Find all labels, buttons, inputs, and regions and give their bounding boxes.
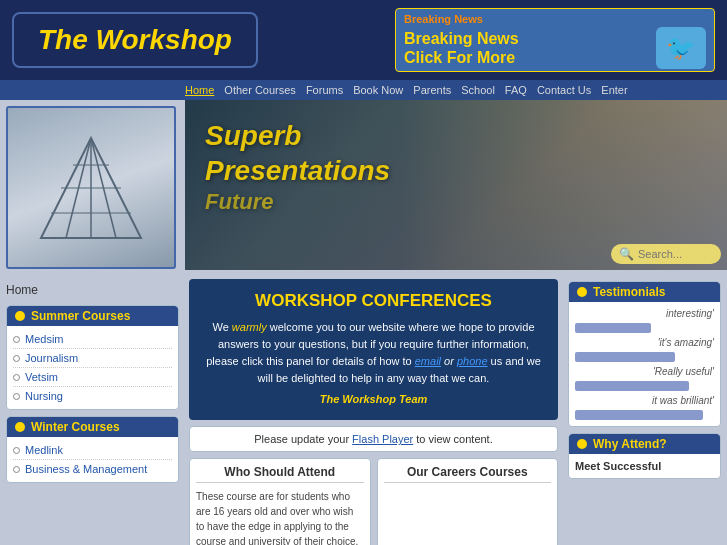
summer-courses-dot	[15, 311, 25, 321]
right-sidebar: Testimonials interesting' 'it's amazing'	[562, 275, 727, 545]
menu-dot-1	[13, 336, 20, 343]
breaking-news-text: Breaking NewsClick For More	[404, 29, 648, 67]
logo-title: The Workshop	[38, 24, 232, 55]
conference-title: WORKSHOP CONFERENCES	[203, 291, 544, 311]
nav-other-courses[interactable]: Other Courses	[224, 84, 296, 96]
careers-courses-header: Our Careers Courses	[384, 465, 552, 483]
menu-dot-6	[13, 466, 20, 473]
summer-courses-box: Summer Courses Medsim Journalism Vetsim	[6, 305, 179, 410]
nav-school[interactable]: School	[461, 84, 495, 96]
flash-notice: Please update your Flash Player to view …	[189, 426, 558, 452]
search-icon: 🔍	[619, 247, 634, 261]
menu-dot-3	[13, 374, 20, 381]
pyramid-image	[6, 106, 176, 269]
t-row-3: 'Really useful'	[575, 366, 714, 377]
menu-dot-4	[13, 393, 20, 400]
menu-item-journalism[interactable]: Journalism	[13, 349, 172, 368]
menu-item-vetsim[interactable]: Vetsim	[13, 368, 172, 387]
logo-box: The Workshop	[12, 12, 258, 68]
nav-faq[interactable]: FAQ	[505, 84, 527, 96]
top-section: Superb Presentations Future 🔍	[0, 100, 727, 275]
menu-item-medsim[interactable]: Medsim	[13, 330, 172, 349]
menu-dot-2	[13, 355, 20, 362]
breaking-news-label: Breaking News	[404, 13, 706, 25]
nav-forums[interactable]: Forums	[306, 84, 343, 96]
menu-item-nursing[interactable]: Nursing	[13, 387, 172, 405]
t-bar-1	[575, 323, 651, 333]
pyramid-section	[0, 100, 185, 275]
hero-area: Superb Presentations Future 🔍	[185, 100, 727, 270]
testimonials-chart: interesting' 'it's amazing' 'Really usef…	[575, 308, 714, 420]
twitter-icon: 🐦	[656, 27, 706, 69]
t-bar-4	[575, 410, 703, 420]
phone-link[interactable]: phone	[457, 355, 488, 367]
breaking-news-box[interactable]: Breaking News Breaking NewsClick For Mor…	[395, 8, 715, 72]
pyramid-svg	[26, 123, 156, 253]
breadcrumb: Home	[6, 281, 179, 299]
menu-dot-5	[13, 447, 20, 454]
t-bar-2	[575, 352, 675, 362]
why-attend-header[interactable]: Why Attend?	[569, 434, 720, 454]
summer-courses-header[interactable]: Summer Courses	[7, 306, 178, 326]
menu-item-business[interactable]: Business & Management	[13, 460, 172, 478]
menu-item-medlink[interactable]: Medlink	[13, 441, 172, 460]
nav-parents[interactable]: Parents	[413, 84, 451, 96]
nav-enter[interactable]: Enter	[601, 84, 627, 96]
center-content: WORKSHOP CONFERENCES We warmly welcome y…	[185, 275, 562, 545]
header: The Workshop Breaking News Breaking News…	[0, 0, 727, 80]
nav-home[interactable]: Home	[185, 84, 214, 96]
why-attend-sub: Meet Successful	[575, 460, 714, 472]
testimonials-header[interactable]: Testimonials	[569, 282, 720, 302]
flash-player-link[interactable]: Flash Player	[352, 433, 413, 445]
conference-body: We warmly welcome you to our website whe…	[203, 319, 544, 408]
hero-text: Superb Presentations Future	[205, 118, 390, 216]
t-row-1: interesting'	[575, 308, 714, 319]
who-should-attend-text: These course are for students who are 16…	[196, 489, 364, 545]
conference-box[interactable]: WORKSHOP CONFERENCES We warmly welcome y…	[189, 279, 558, 420]
winter-courses-box: Winter Courses Medlink Business & Manage…	[6, 416, 179, 483]
search-input[interactable]	[638, 248, 718, 260]
t-bar-3	[575, 381, 689, 391]
search-container: 🔍	[611, 244, 721, 264]
careers-courses-col: Our Careers Courses	[377, 458, 559, 545]
main-content: Home Summer Courses Medsim Journalism	[0, 275, 727, 545]
testimonials-box: Testimonials interesting' 'it's amazing'	[568, 281, 721, 427]
why-attend-box: Why Attend? Meet Successful	[568, 433, 721, 479]
why-attend-dot	[577, 439, 587, 449]
who-should-attend-col: Who Should Attend These course are for s…	[189, 458, 371, 545]
who-should-attend-header: Who Should Attend	[196, 465, 364, 483]
winter-courses-dot	[15, 422, 25, 432]
nav-bar: Home Other Courses Forums Book Now Paren…	[0, 80, 727, 100]
nav-book-now[interactable]: Book Now	[353, 84, 403, 96]
t-row-2: 'it's amazing'	[575, 337, 714, 348]
email-link[interactable]: email	[415, 355, 441, 367]
left-sidebar: Home Summer Courses Medsim Journalism	[0, 275, 185, 545]
two-column: Who Should Attend These course are for s…	[189, 458, 558, 545]
conference-signature: The Workshop Team	[320, 391, 428, 408]
nav-contact-us[interactable]: Contact Us	[537, 84, 591, 96]
t-row-4: it was brilliant'	[575, 395, 714, 406]
winter-courses-header[interactable]: Winter Courses	[7, 417, 178, 437]
testimonials-dot	[577, 287, 587, 297]
